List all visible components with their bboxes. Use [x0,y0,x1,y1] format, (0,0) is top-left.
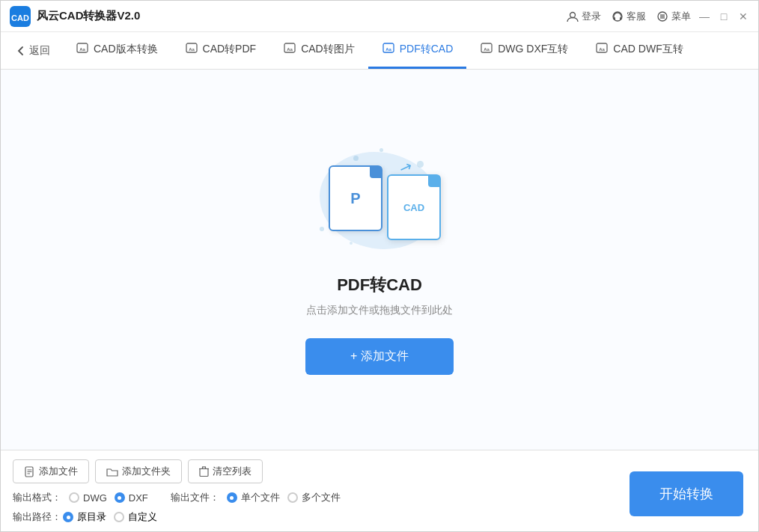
format-dxf-option[interactable]: DXF [115,492,148,504]
output-format-label: 输出格式： [13,491,61,504]
nav-bar: 返回 Aa CAD版本转换 Aa CAD转PDF Aa CAD转图片 Aa PD… [1,32,758,70]
tab-cad-image-icon: Aa [283,41,296,58]
title-actions: 登录 客服 菜单 [567,10,691,23]
start-convert-button[interactable]: 开始转换 [630,471,743,516]
path-original-radio[interactable] [63,512,73,522]
tab-cad-dwf[interactable]: Aa CAD DWF互转 [582,32,696,69]
tab-pdf-cad-icon: Aa [382,41,395,58]
svg-rect-26 [200,468,208,476]
tab-cad-image[interactable]: Aa CAD转图片 [269,32,368,69]
path-original-option[interactable]: 原目录 [63,510,106,524]
title-bar: CAD 风云CAD转换器V2.0 登录 客服 [1,1,758,32]
svg-text:Aa: Aa [385,47,391,52]
tab-dwg-dxf[interactable]: Aa DWG DXF互转 [466,32,582,69]
format-dwg-radio[interactable] [69,492,79,503]
pdf-doc-icon: P [329,165,382,231]
svg-rect-5 [620,17,622,20]
app-title: 风云CAD转换器V2.0 [37,9,567,23]
back-button[interactable]: 返回 [7,44,59,58]
svg-text:Aa: Aa [79,47,85,52]
output-file-label: 输出文件： [171,491,219,504]
output-file-group: 输出文件： 单个文件 多个文件 [171,491,341,504]
close-button[interactable]: ✕ [737,10,749,22]
bottom-add-folder-button[interactable]: 添加文件夹 [95,459,182,483]
dot1 [353,156,359,161]
file-multi-option[interactable]: 多个文件 [287,491,341,504]
trash-icon [199,466,209,477]
svg-text:Aa: Aa [600,47,606,52]
bottom-clear-list-button[interactable]: 清空列表 [188,459,263,483]
format-dxf-radio[interactable] [115,492,125,503]
bottom-wrapper: 添加文件 添加文件夹 清空列表 输出格式： DWG DXF [1,450,758,531]
file-single-radio[interactable] [227,492,237,503]
output-path-label: 输出路径： [13,510,61,524]
app-logo: CAD [10,6,31,27]
main-content: P ↗ CAD PDF转CAD 点击添加文件或拖拽文件到此处 + 添加文件 [1,70,758,450]
bottom-add-file-button[interactable]: 添加文件 [13,459,89,483]
login-icon [567,10,579,22]
nav-tabs: Aa CAD版本转换 Aa CAD转PDF Aa CAD转图片 Aa PDF转C… [62,32,752,69]
file-multi-radio[interactable] [287,492,298,503]
svg-text:Aa: Aa [287,47,293,52]
login-action[interactable]: 登录 [567,10,601,23]
main-title: PDF转CAD [337,274,422,296]
menu-action[interactable]: 菜单 [656,10,691,23]
main-add-file-button[interactable]: + 添加文件 [305,338,454,375]
main-subtitle: 点击添加文件或拖拽文件到此处 [306,304,453,317]
folder-icon [106,466,118,477]
path-options-group: 原目录 自定义 [63,510,157,524]
svg-text:CAD: CAD [11,13,29,22]
svg-text:Aa: Aa [189,47,195,52]
cad-letter: CAD [403,202,424,213]
maximize-button[interactable]: □ [718,10,730,22]
menu-icon [656,10,668,22]
svg-rect-4 [614,17,616,20]
tab-cad-version[interactable]: Aa CAD版本转换 [62,32,171,69]
dot3 [417,161,424,168]
path-custom-radio[interactable] [114,512,124,522]
tab-cad-pdf[interactable]: Aa CAD转PDF [171,32,270,69]
pdf-letter: P [350,190,360,207]
path-custom-option[interactable]: 自定义 [114,510,157,524]
drop-illustration: P ↗ CAD [312,144,447,260]
dot2 [380,148,383,152]
service-action[interactable]: 客服 [612,10,646,23]
tab-cad-version-icon: Aa [76,41,89,58]
dot6 [350,242,353,245]
headset-icon [612,10,624,22]
tab-cad-pdf-icon: Aa [185,41,198,58]
tab-dwg-dxf-icon: Aa [480,41,493,58]
svg-text:Aa: Aa [484,47,490,52]
file-icon [24,466,35,477]
dot5 [320,227,324,231]
format-dwg-option[interactable]: DWG [69,492,107,504]
tab-pdf-cad[interactable]: Aa PDF转CAD [368,32,467,69]
file-single-option[interactable]: 单个文件 [227,491,280,504]
minimize-button[interactable]: — [698,10,710,22]
back-arrow-icon [16,46,26,56]
cad-doc-icon: CAD [387,174,441,240]
window-controls: — □ ✕ [698,10,749,22]
svg-point-2 [570,12,576,17]
output-format-group: 输出格式： DWG DXF [13,491,148,504]
tab-cad-dwf-icon: Aa [595,41,609,58]
